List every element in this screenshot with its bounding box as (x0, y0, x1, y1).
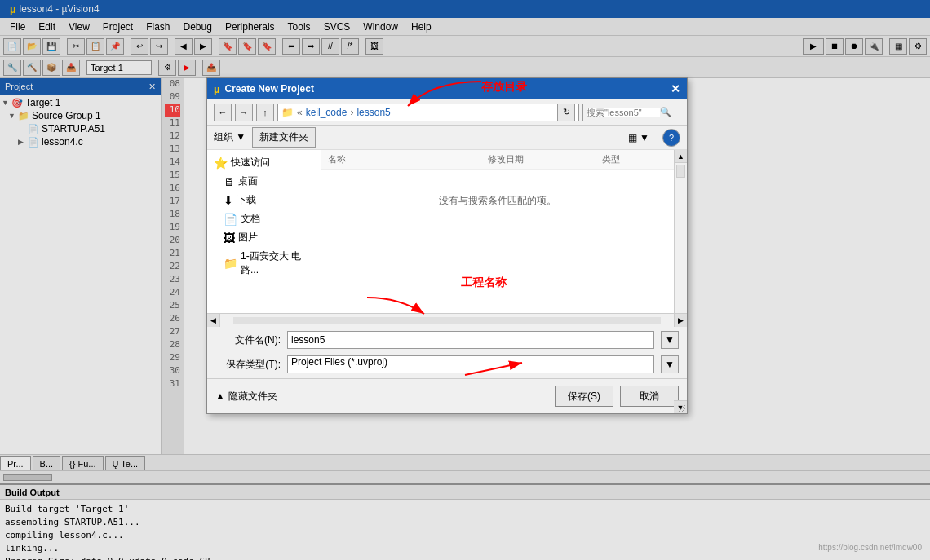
col-header-date: 修改日期 (488, 153, 602, 165)
filename-label: 文件名(N): (215, 333, 281, 347)
filename-input[interactable] (287, 331, 654, 349)
dialog-footer: ▲ 隐藏文件夹 保存(S) 取消 (207, 378, 687, 413)
dialog-forward-btn[interactable]: → (235, 104, 253, 121)
dialog-scrollbar[interactable]: ▲ ▼ (674, 150, 687, 313)
hide-folders-label: 隐藏文件夹 (228, 390, 277, 403)
filetype-dropdown-btn[interactable]: ▼ (661, 355, 679, 373)
empty-text: 没有与搜索条件匹配的项。 (439, 195, 556, 206)
documents-icon: 📄 (224, 213, 237, 226)
dialog-title-bar: µ Create New Project ✕ (207, 78, 687, 99)
col-header-type: 类型 (602, 153, 667, 165)
col-header-name: 名称 (328, 153, 488, 165)
create-project-dialog: µ Create New Project ✕ ← → ↑ 📁 « keil_co… (206, 77, 688, 414)
dialog-left-panel: ⭐ 快速访问 🖥 桌面 ⬇ 下载 📄 文档 🖼 图片 📁 1-西安交大 电路 (207, 150, 321, 313)
dialog-right-panel: 名称 修改日期 类型 没有与搜索条件匹配的项。 (321, 150, 674, 313)
search-icon: 🔍 (660, 107, 671, 117)
dialog-filetype-row: 保存类型(T): Project Files (*.uvproj) ▼ (207, 354, 687, 378)
left-downloads[interactable]: ⬇ 下载 (210, 191, 317, 209)
help-btn[interactable]: ? (662, 129, 680, 147)
path-arrow1: « (297, 107, 303, 118)
save-button[interactable]: 保存(S) (555, 386, 613, 407)
dialog-body: ⭐ 快速访问 🖥 桌面 ⬇ 下载 📄 文档 🖼 图片 📁 1-西安交大 电路 (207, 150, 687, 313)
left-xian[interactable]: 📁 1-西安交大 电路... (210, 247, 317, 280)
downloads-icon: ⬇ (224, 194, 233, 207)
downloads-label: 下载 (237, 193, 256, 207)
left-desktop[interactable]: 🖥 桌面 (210, 172, 317, 191)
documents-label: 文档 (241, 212, 260, 226)
filetype-value: Project Files (*.uvproj) (291, 356, 388, 368)
dialog-up-btn[interactable]: ↑ (256, 104, 274, 121)
dialog-search-input[interactable] (587, 108, 660, 117)
filename-dropdown-btn[interactable]: ▼ (661, 331, 679, 349)
filetype-input[interactable]: Project Files (*.uvproj) (287, 355, 654, 373)
new-folder-btn[interactable]: 新建文件夹 (252, 127, 316, 148)
dialog-action-buttons: 保存(S) 取消 (555, 386, 679, 407)
dialog-icon: µ (214, 83, 220, 95)
left-pictures[interactable]: 🖼 图片 (210, 228, 317, 247)
quick-access-label: 快速访问 (231, 156, 270, 170)
dialog-search-box: 🔍 (582, 104, 680, 121)
cancel-button[interactable]: 取消 (620, 386, 679, 407)
pictures-label: 图片 (238, 231, 258, 245)
hide-folders-btn[interactable]: ▲ 隐藏文件夹 (215, 390, 277, 403)
dialog-empty-message: 没有与搜索条件匹配的项。 (321, 170, 674, 232)
xian-label: 1-西安交大 电路... (241, 249, 314, 277)
pictures-icon: 🖼 (224, 231, 235, 245)
organize-btn[interactable]: 组织 ▼ (214, 130, 246, 144)
dialog-back-btn[interactable]: ← (214, 104, 232, 121)
left-quick-access[interactable]: ⭐ 快速访问 (210, 153, 317, 172)
dialog-title-text: Create New Project (225, 83, 314, 95)
filetype-label: 保存类型(T): (215, 358, 281, 372)
dialog-right-header: 名称 修改日期 类型 (321, 150, 674, 170)
dialog-filename-row: 文件名(N): ▼ (207, 326, 687, 354)
dialog-resize-handle[interactable] (677, 403, 687, 413)
desktop-label: 桌面 (238, 174, 258, 188)
xian-folder-icon: 📁 (224, 257, 237, 270)
path-refresh-btn[interactable]: ↻ (557, 104, 575, 121)
dialog-nav-bar: 组织 ▼ 新建文件夹 ▦ ▼ ? (207, 126, 687, 150)
folder-arrow-icon: ▲ (215, 390, 225, 402)
path-segment-lesson5[interactable]: lesson5 (356, 107, 390, 118)
path-segment-keil[interactable]: keil_code (306, 107, 348, 118)
dialog-toolbar: ← → ↑ 📁 « keil_code › lesson5 ↻ 🔍 (207, 99, 687, 126)
dialog-hscroll-track[interactable] (233, 317, 661, 324)
path-separator: › (350, 107, 353, 118)
dialog-close-btn[interactable]: ✕ (671, 82, 680, 95)
dialog-hscrollbar[interactable]: ◀ ▶ (207, 313, 687, 326)
left-documents[interactable]: 📄 文档 (210, 209, 317, 228)
dialog-path-bar: 📁 « keil_code › lesson5 ↻ (277, 104, 579, 121)
quick-access-icon: ⭐ (214, 157, 228, 170)
view-toggle-btn[interactable]: ▦ ▼ (628, 132, 649, 143)
desktop-icon: 🖥 (224, 175, 235, 188)
path-folder-icon: 📁 (281, 107, 294, 118)
